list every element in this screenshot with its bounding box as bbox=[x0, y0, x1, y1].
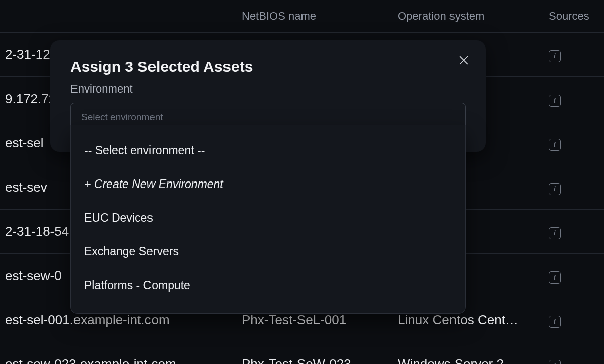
col-header-os[interactable]: Operation system bbox=[393, 0, 544, 32]
cell-netbios: Phx-Test-SeW-023 bbox=[237, 342, 393, 364]
close-icon[interactable] bbox=[456, 52, 472, 68]
col-header-netbios[interactable]: NetBIOS name bbox=[237, 0, 393, 32]
table-header-row: NetBIOS name Operation system Sources bbox=[0, 0, 604, 32]
cell-sources: i bbox=[544, 121, 604, 165]
cell-sources: i bbox=[544, 32, 604, 76]
dropdown-option[interactable]: Exchange Servers bbox=[71, 235, 465, 268]
dropdown-option[interactable]: Platforms - Compute bbox=[71, 268, 465, 302]
info-icon[interactable]: i bbox=[549, 227, 561, 239]
dropdown-placeholder-option[interactable]: -- Select environment -- bbox=[71, 134, 465, 167]
info-icon[interactable]: i bbox=[549, 316, 561, 328]
table-row[interactable]: est-sew-023.example-int.comPhx-Test-SeW-… bbox=[0, 342, 604, 364]
cell-sources: i bbox=[544, 342, 604, 364]
info-icon[interactable]: i bbox=[549, 139, 561, 151]
cell-hostname: est-sew-023.example-int.com bbox=[0, 342, 237, 364]
dropdown-option[interactable]: EUC Devices bbox=[71, 201, 465, 235]
cell-sources: i bbox=[544, 298, 604, 342]
cell-sources: i bbox=[544, 253, 604, 298]
col-header-sources[interactable]: Sources bbox=[544, 0, 604, 32]
info-icon[interactable]: i bbox=[549, 95, 561, 107]
environment-dropdown: -- Select environment -- + Create New En… bbox=[70, 125, 466, 314]
cell-os: Windows Server 2… bbox=[393, 342, 544, 364]
info-icon[interactable]: i bbox=[549, 183, 561, 195]
info-icon[interactable]: i bbox=[549, 360, 561, 364]
modal-title: Assign 3 Selected Assets bbox=[70, 58, 466, 75]
cell-sources: i bbox=[544, 165, 604, 209]
col-header-hostname[interactable] bbox=[0, 0, 237, 32]
cell-sources: i bbox=[544, 76, 604, 121]
info-icon[interactable]: i bbox=[549, 50, 561, 62]
cell-sources: i bbox=[544, 209, 604, 253]
environment-label: Environment bbox=[70, 82, 466, 96]
info-icon[interactable]: i bbox=[549, 271, 561, 284]
dropdown-create-new[interactable]: + Create New Environment bbox=[71, 167, 465, 201]
